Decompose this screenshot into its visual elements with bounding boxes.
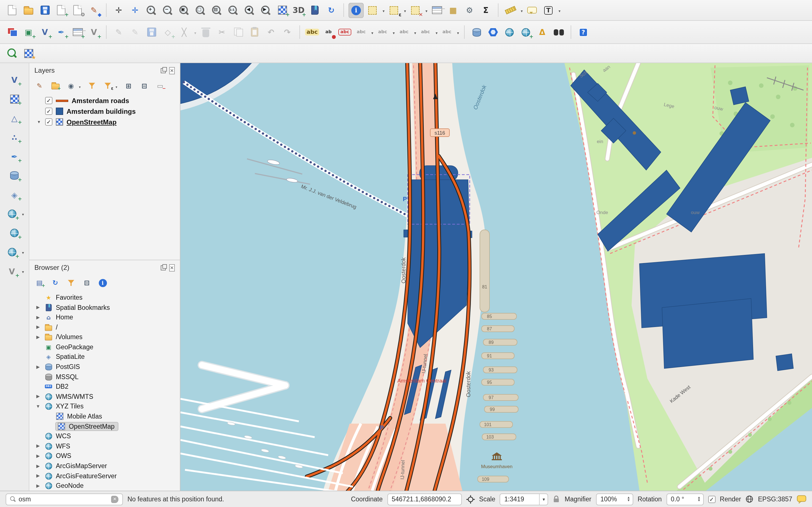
new-3d-map-view-icon[interactable]: 3D+: [291, 3, 306, 18]
text-annotation-icon[interactable]: T▾: [541, 3, 556, 18]
collapse-all-icon[interactable]: ⊟: [139, 80, 150, 91]
layer-labeling-icon[interactable]: abc: [305, 24, 320, 40]
expander-icon[interactable]: ▶: [35, 483, 41, 488]
show-spatial-bookmarks-icon[interactable]: [307, 3, 322, 18]
browser-item-mobile-atlas[interactable]: Mobile Atlas: [29, 411, 180, 421]
new-project-icon[interactable]: [4, 3, 20, 18]
filter-legend-expression-icon[interactable]: ε▾: [102, 80, 114, 91]
web-service-icon[interactable]: [502, 24, 517, 40]
add-postgis-layer-icon[interactable]: +: [7, 168, 22, 183]
browser-item-favorites[interactable]: ★Favorites: [29, 292, 180, 302]
new-print-layout-icon[interactable]: +: [54, 3, 69, 18]
toggle-editing-icon[interactable]: ✎: [128, 24, 143, 40]
add-selected-layers-icon[interactable]: ▤+: [34, 277, 45, 288]
expander-icon[interactable]: ▶: [35, 463, 41, 468]
layer-item-openstreetmap[interactable]: ▾✓OpenStreetMap: [29, 117, 180, 127]
browser-item-ows[interactable]: ▶OWS: [29, 451, 180, 461]
add-vector-layer-icon[interactable]: V+: [7, 72, 22, 87]
delete-selected-icon[interactable]: [198, 24, 213, 40]
browser-item--[interactable]: ▶/: [29, 322, 180, 332]
expander-icon[interactable]: ▶: [35, 444, 41, 449]
zoom-last-icon[interactable]: ◀: [242, 3, 257, 18]
field-calculator-icon[interactable]: ▦: [446, 3, 461, 18]
browser-item-arcgisfeatureserver[interactable]: ▶ArcGisFeatureServer: [29, 471, 180, 481]
filter-legend-icon[interactable]: [86, 80, 98, 91]
browser-item-spatial-bookmarks[interactable]: ▶Spatial Bookmarks: [29, 302, 180, 312]
undock-icon[interactable]: [160, 68, 165, 73]
redo-icon[interactable]: ↷: [280, 24, 295, 40]
open-data-source-manager-icon[interactable]: [4, 24, 20, 40]
copy-features-icon[interactable]: [231, 24, 246, 40]
toggle-extents-icon[interactable]: [466, 495, 474, 503]
chevron-down-icon[interactable]: ▼: [539, 494, 548, 504]
selected-item-highlight[interactable]: OpenStreetMap: [55, 421, 118, 431]
zoom-in-icon[interactable]: +: [144, 3, 159, 18]
add-spatialite-layer-icon[interactable]: ◈+: [7, 187, 22, 202]
locator-search-input[interactable]: osm ×: [6, 493, 123, 505]
clear-search-icon[interactable]: ×: [111, 496, 118, 503]
add-group-icon[interactable]: +: [50, 80, 61, 91]
zoom-to-selection-icon[interactable]: ▢: [193, 3, 208, 18]
deselect-features-icon[interactable]: ✕▾: [408, 3, 423, 18]
highlight-pinned-labels-icon[interactable]: abc: [337, 24, 352, 40]
zoom-native-icon[interactable]: 1:1: [225, 3, 241, 18]
add-delimited-text-layer-icon[interactable]: ✒+: [7, 149, 22, 164]
move-label-icon[interactable]: abc▾: [396, 24, 412, 40]
filter-browser-icon[interactable]: [65, 277, 77, 288]
cut-features-icon[interactable]: ✂: [214, 24, 230, 40]
layout-manager-icon[interactable]: ⚙: [70, 3, 85, 18]
osm-search-binoculars-icon[interactable]: [551, 24, 566, 40]
change-label-properties-icon[interactable]: abc▾: [439, 24, 455, 40]
measure-icon[interactable]: ▾: [503, 3, 518, 18]
browser-item-arcgismapserver[interactable]: ▶ArcGisMapServer: [29, 461, 180, 471]
open-attribute-table-icon[interactable]: [429, 3, 444, 18]
add-wfs-layer-icon[interactable]: +▾: [4, 244, 19, 260]
expander-icon[interactable]: ▶: [35, 453, 41, 459]
expander-icon[interactable]: ▶: [35, 325, 41, 330]
expander-icon[interactable]: ▶: [35, 335, 41, 340]
manage-map-themes-icon[interactable]: ◉▾: [65, 80, 77, 91]
close-icon[interactable]: ×: [169, 264, 175, 271]
db-manager-icon[interactable]: [469, 24, 485, 40]
rotate-label-icon[interactable]: abc▾: [418, 24, 433, 40]
browser-item-mssql[interactable]: MSSQL: [29, 372, 180, 382]
messages-bubble-icon[interactable]: [797, 495, 806, 503]
map-canvas[interactable]: 818587899193959799101103109 OosterdokOos…: [181, 63, 812, 491]
processing-toolbox-icon[interactable]: ⚙: [462, 3, 477, 18]
properties-widget-icon[interactable]: [97, 277, 109, 288]
expander-icon[interactable]: ▶: [35, 305, 41, 310]
osm-place-search-icon[interactable]: [4, 46, 20, 61]
save-layer-edits-icon[interactable]: [144, 24, 159, 40]
select-features-icon[interactable]: ▾: [365, 3, 380, 18]
browser-item--volumes[interactable]: ▶/Volumes: [29, 332, 180, 342]
layer-name[interactable]: Amsterdam roads: [71, 97, 129, 105]
zoom-out-icon[interactable]: −: [160, 3, 175, 18]
expander-icon[interactable]: ▾: [36, 119, 42, 124]
refresh-browser-icon[interactable]: ↻: [50, 277, 61, 288]
add-feature-icon[interactable]: ◇+: [160, 24, 175, 40]
new-virtual-layer-icon[interactable]: V+: [86, 24, 101, 40]
layer-checkbox[interactable]: ✓: [45, 118, 52, 126]
zoom-to-layer-icon[interactable]: ▤: [209, 3, 224, 18]
paste-features-icon[interactable]: [247, 24, 262, 40]
browser-item-wfs[interactable]: ▶WFS: [29, 441, 180, 451]
help-icon[interactable]: ?: [576, 24, 591, 40]
current-edits-icon[interactable]: ✎: [111, 24, 126, 40]
layer-item-amsterdam-roads[interactable]: ✓Amsterdam roads: [29, 95, 180, 106]
add-wcs-layer-icon[interactable]: +: [7, 225, 22, 240]
select-by-expression-icon[interactable]: ε▾: [386, 3, 402, 18]
pin-unpin-labels-icon[interactable]: abc▾: [354, 24, 369, 40]
spinner-arrows-icon[interactable]: ▲▼: [627, 496, 630, 502]
browser-item-geopackage[interactable]: ▣GeoPackage: [29, 342, 180, 352]
mesh-calculator-icon[interactable]: Δ: [535, 24, 550, 40]
render-checkbox[interactable]: ✓: [708, 496, 715, 503]
new-temporary-scratch-layer-icon[interactable]: +: [70, 24, 85, 40]
save-project-icon[interactable]: [37, 3, 52, 18]
open-project-icon[interactable]: [21, 3, 36, 18]
pan-map-icon[interactable]: ✛: [111, 3, 126, 18]
browser-item-wcs[interactable]: WCS: [29, 431, 180, 441]
refresh-map-icon[interactable]: ↻: [324, 3, 339, 18]
lock-scale-icon[interactable]: [553, 495, 560, 503]
browser-item-openstreetmap[interactable]: OpenStreetMap: [29, 421, 180, 431]
new-map-view-icon[interactable]: +: [274, 3, 290, 18]
